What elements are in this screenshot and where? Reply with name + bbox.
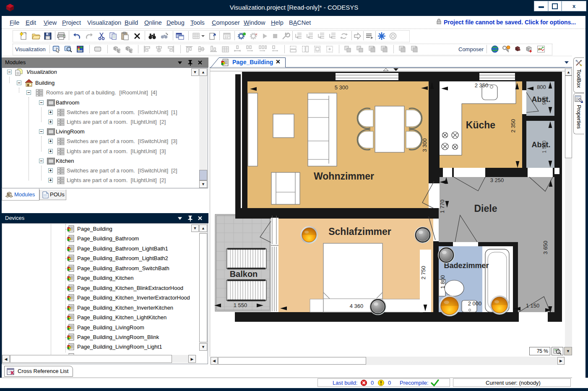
svg-text:2 000: 2 000 <box>468 300 482 307</box>
svg-text:3 650: 3 650 <box>542 241 549 255</box>
svg-text:1 770: 1 770 <box>439 200 445 214</box>
svg-text:Küche: Küche <box>466 120 495 130</box>
svg-text:Schlafzimmer: Schlafzimmer <box>328 226 391 237</box>
svg-text:5 300: 5 300 <box>335 84 349 91</box>
svg-text:3 250: 3 250 <box>490 177 504 183</box>
svg-text:800: 800 <box>537 84 546 90</box>
svg-text:Abst.: Abst. <box>532 95 551 104</box>
svg-text:Wohnzimmer: Wohnzimmer <box>314 171 374 182</box>
svg-text:Diele: Diele <box>474 203 497 214</box>
svg-text:2 350: 2 350 <box>475 82 489 89</box>
svg-text:4 360: 4 360 <box>350 303 364 309</box>
svg-text:Abst.: Abst. <box>532 141 551 149</box>
svg-text:1 800: 1 800 <box>440 275 446 289</box>
svg-text:1 150: 1 150 <box>526 302 540 309</box>
svg-text:2 350: 2 350 <box>510 119 516 133</box>
svg-text:1 550: 1 550 <box>234 302 247 308</box>
svg-text:Badezimmer: Badezimmer <box>444 261 489 270</box>
svg-text:Balkon: Balkon <box>230 269 258 279</box>
svg-text:3 300: 3 300 <box>421 138 428 152</box>
svg-text:2 750: 2 750 <box>420 266 427 280</box>
